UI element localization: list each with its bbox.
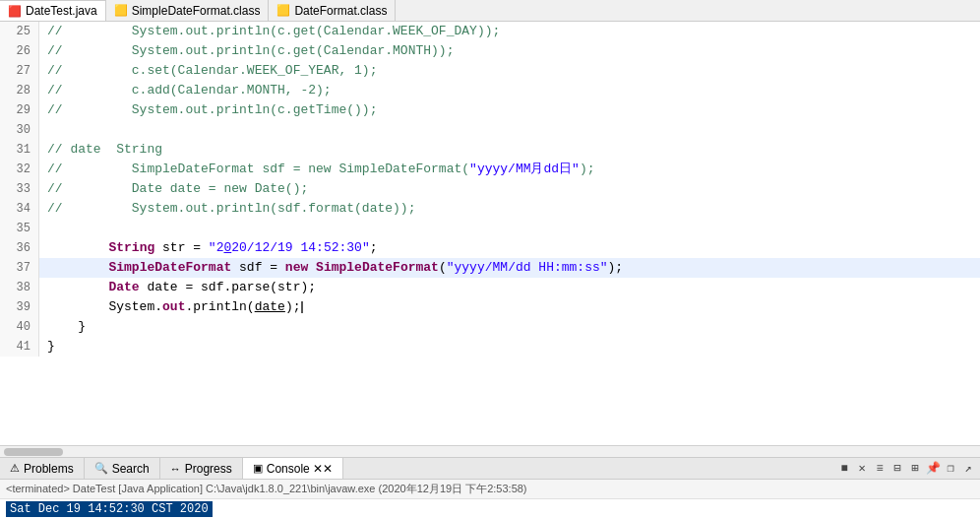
pin-button[interactable]: 📌 <box>925 461 941 477</box>
tab-dateformat-class[interactable]: 🟨 DateFormat.class <box>269 0 396 21</box>
problems-icon: ⚠ <box>10 462 20 475</box>
tab-problems[interactable]: ⚠ Problems <box>0 458 85 479</box>
code-line-25: 25 // System.out.pr​intln(c.get(Calendar… <box>0 22 980 41</box>
tab-label-search: Search <box>112 462 150 476</box>
maximize-button[interactable]: ⊞ <box>907 461 923 477</box>
scrollbar-thumb[interactable] <box>4 448 63 456</box>
code-line-36: 36 String str = "2020/12/19 14:52:30"; <box>0 238 980 258</box>
code-line-40: 40 } <box>0 317 980 337</box>
line-number-36: 36 <box>0 238 39 258</box>
line-code-32[interactable]: // SimpleDateFormat sdf = new SimpleDate… <box>39 160 595 179</box>
line-code-39[interactable]: System.out.println(date); <box>39 297 303 317</box>
bottom-tab-bar: ⚠ Problems 🔍 Search ↔ Progress ▣ Console… <box>0 458 980 480</box>
line-code-29[interactable]: // System.out.println(c.getTime()); <box>39 100 377 120</box>
code-content: 25 // System.out.pr​intln(c.get(Calendar… <box>0 22 980 445</box>
line-code-33[interactable]: // Date date = new Date(); <box>39 179 308 199</box>
line-number-34: 34 <box>0 199 39 219</box>
code-line-34: 34 // System.out.println(sdf.format(date… <box>0 199 980 219</box>
horizontal-scrollbar[interactable] <box>0 445 980 457</box>
expand-button[interactable]: ↗ <box>960 461 976 477</box>
progress-icon: ↔ <box>170 463 181 475</box>
line-number-35: 35 <box>0 219 39 238</box>
line-number-40: 40 <box>0 317 39 337</box>
menu-button[interactable]: ≡ <box>872 461 888 477</box>
code-line-30: 30 <box>0 120 980 140</box>
code-line-31: 31 // date String <box>0 140 980 160</box>
java-file-icon: 🟥 <box>8 5 22 18</box>
console-output: Sat Dec 19 14:52:30 CST 2020 <box>0 499 980 519</box>
line-number-38: 38 <box>0 278 39 297</box>
tab-simpledateformat-class[interactable]: 🟨 SimpleDateFormat.class <box>106 0 270 21</box>
tab-search[interactable]: 🔍 Search <box>85 458 160 479</box>
code-line-35: 35 <box>0 219 980 238</box>
line-code-27[interactable]: // c.set(Calendar.WEEK_OF_YEAR, 1); <box>39 61 377 81</box>
code-line-29: 29 // System.out.println(c.getTime()); <box>0 100 980 120</box>
line-code-34[interactable]: // System.out.println(sdf.format(date)); <box>39 199 415 219</box>
line-number-37: 37 <box>0 258 39 278</box>
line-number-28: 28 <box>0 81 39 100</box>
tab-label-problems: Problems <box>24 462 74 476</box>
tab-datetest-java[interactable]: 🟥 DateTest.java <box>0 0 106 21</box>
line-code-41: } <box>39 337 55 357</box>
line-code-36[interactable]: String str = "2020/12/19 14:52:30"; <box>39 238 378 258</box>
line-number-32: 32 <box>0 160 39 179</box>
line-number-30: 30 <box>0 120 39 140</box>
code-line-41: 41 } <box>0 337 980 357</box>
line-code-40: } <box>39 317 86 337</box>
bottom-panel: ⚠ Problems 🔍 Search ↔ Progress ▣ Console… <box>0 457 980 519</box>
line-code-35 <box>39 219 55 238</box>
tab-label-progress: Progress <box>185 462 232 476</box>
code-line-32: 32 // SimpleDateFormat sdf = new SimpleD… <box>0 160 980 179</box>
line-number-39: 39 <box>0 297 39 317</box>
tab-progress[interactable]: ↔ Progress <box>160 458 243 479</box>
line-number-25: 25 <box>0 22 39 41</box>
tab-bar: 🟥 DateTest.java 🟨 SimpleDateFormat.class… <box>0 0 980 22</box>
line-number-27: 27 <box>0 61 39 81</box>
code-line-27: 27 // c.set(Calendar.WEEK_OF_YEAR, 1); <box>0 61 980 81</box>
code-line-26: 26 // System.out.println(c.get(Calendar.… <box>0 41 980 61</box>
code-line-33: 33 // Date date = new Date(); <box>0 179 980 199</box>
line-number-31: 31 <box>0 140 39 160</box>
console-terminated-label: <terminated> DateTest [Java Application]… <box>6 483 527 494</box>
tab-label-console: Console ✕✕ <box>267 462 333 476</box>
line-number-29: 29 <box>0 100 39 120</box>
console-header: <terminated> DateTest [Java Application]… <box>0 480 980 499</box>
class-file-icon-1: 🟨 <box>114 4 128 17</box>
code-line-38: 38 Date date = sdf.parse(str); <box>0 278 980 297</box>
line-code-30 <box>39 120 55 140</box>
tab-label-datetest: DateTest.java <box>26 4 97 18</box>
tab-label-simpledateformat: SimpleDateFormat.class <box>132 4 261 18</box>
close-button[interactable]: ✕ <box>854 461 870 477</box>
line-number-41: 41 <box>0 337 39 357</box>
minimize-button[interactable]: ⊟ <box>889 461 905 477</box>
search-icon: 🔍 <box>94 462 108 475</box>
stop-button[interactable]: ■ <box>836 461 852 477</box>
class-file-icon-2: 🟨 <box>276 4 290 17</box>
code-line-39: 39 System.out.println(date); <box>0 297 980 317</box>
line-number-26: 26 <box>0 41 39 61</box>
line-code-31[interactable]: // date String <box>39 140 162 160</box>
panel-controls: ■ ✕ ≡ ⊟ ⊞ 📌 ❐ ↗ <box>836 461 980 477</box>
line-code-28[interactable]: // c.add(Calendar.MONTH, -2); <box>39 81 332 100</box>
console-icon: ▣ <box>253 462 263 475</box>
line-number-33: 33 <box>0 179 39 199</box>
console-result: Sat Dec 19 14:52:30 CST 2020 <box>6 501 213 517</box>
line-code-26[interactable]: // System.out.println(c.get(Calendar.MON… <box>39 41 454 61</box>
editor-area: 25 // System.out.pr​intln(c.get(Calendar… <box>0 22 980 457</box>
copy-button[interactable]: ❐ <box>943 461 958 477</box>
line-code-25[interactable]: // System.out.pr​intln(c.get(Calendar.WE… <box>39 22 500 41</box>
code-line-37: 37 SimpleDateFormat sdf = new SimpleDate… <box>0 258 980 278</box>
tab-label-dateformat: DateFormat.class <box>294 4 387 18</box>
code-line-28: 28 // c.add(Calendar.MONTH, -2); <box>0 81 980 100</box>
line-code-37[interactable]: SimpleDateFormat sdf = new SimpleDateFor… <box>39 258 623 278</box>
line-code-38[interactable]: Date date = sdf.parse(str); <box>39 278 316 297</box>
tab-console[interactable]: ▣ Console ✕✕ <box>243 458 343 479</box>
